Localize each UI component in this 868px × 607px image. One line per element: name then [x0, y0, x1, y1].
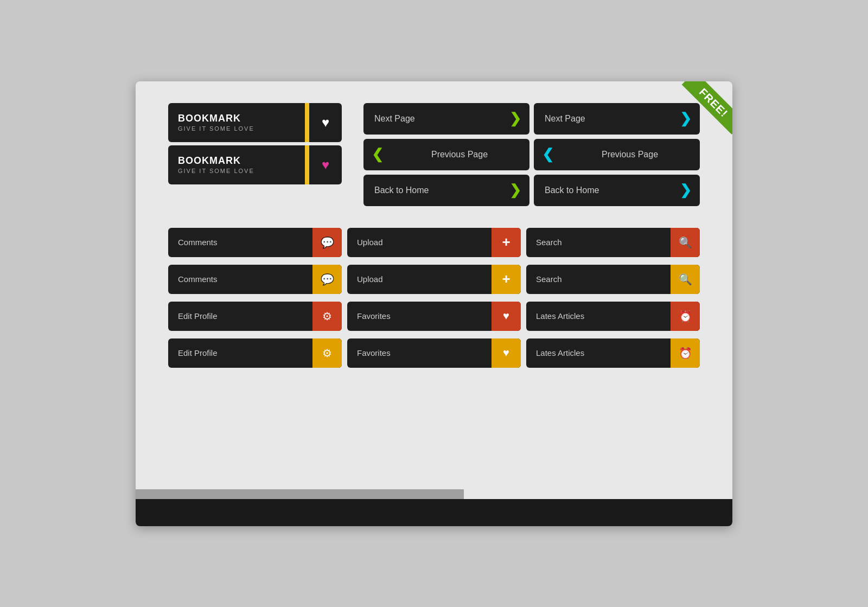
latest-articles-btn-yellow[interactable]: Lates Articles ⏰: [526, 338, 700, 368]
edit-profile-label-yellow: Edit Profile: [168, 348, 312, 357]
latest-articles-btn-red[interactable]: Lates Articles ⏰: [526, 302, 700, 331]
bookmark-button-1[interactable]: BOOKMARK GIVE IT SOME LOVE ♥: [168, 103, 342, 142]
back-home-green-label: Back to Home: [363, 186, 503, 195]
bookmark-divider-1: [305, 103, 309, 142]
next-page-green-label: Next Page: [363, 114, 503, 124]
back-home-blue-label: Back to Home: [534, 186, 674, 195]
latest-articles-icon-red: ⏰: [671, 302, 700, 331]
bookmark-title-2: BOOKMARK: [178, 155, 305, 167]
edit-profile-label-red: Edit Profile: [168, 311, 312, 321]
bookmark-icon-1: ♥: [309, 103, 342, 142]
latest-articles-label-red: Lates Articles: [526, 311, 671, 321]
upload-icon-yellow: +: [492, 265, 521, 294]
comments-btn-yellow[interactable]: Comments 💬: [168, 265, 342, 294]
search-label-yellow: Search: [526, 274, 671, 284]
edit-profile-btn-yellow[interactable]: Edit Profile ⚙: [168, 338, 342, 368]
comments-label-red: Comments: [168, 238, 312, 247]
bottom-strip-gray: [136, 489, 464, 499]
main-card: FREE! BOOKMARK GIVE IT SOME LOVE ♥ BOOKM…: [136, 81, 732, 526]
free-label: FREE!: [682, 81, 732, 135]
bottom-strip-black: [136, 499, 732, 526]
upload-label-red: Upload: [347, 238, 492, 247]
edit-profile-icon-red: ⚙: [312, 302, 342, 331]
next-page-green[interactable]: Next Page ❯: [363, 103, 529, 135]
search-btn-yellow[interactable]: Search 🔍: [526, 265, 700, 294]
bookmark-divider-2: [305, 145, 309, 184]
search-btn-red[interactable]: Search 🔍: [526, 228, 700, 257]
favorites-label-yellow: Favorites: [347, 348, 492, 357]
next-page-blue-label: Next Page: [534, 114, 674, 124]
favorites-btn-red[interactable]: Favorites ♥: [347, 302, 521, 331]
favorites-icon-red: ♥: [492, 302, 521, 331]
prev-page-green[interactable]: ❮ Previous Page: [363, 139, 529, 170]
bookmark-section: BOOKMARK GIVE IT SOME LOVE ♥ BOOKMARK GI…: [168, 103, 342, 206]
bookmark-sub-2: GIVE IT SOME LOVE: [178, 168, 305, 174]
edit-profile-icon-yellow: ⚙: [312, 338, 342, 368]
prev-arrow-blue: ❮: [534, 139, 560, 170]
bookmark-icon-2: ♥: [309, 145, 342, 184]
bookmark-button-2[interactable]: BOOKMARK GIVE IT SOME LOVE ♥: [168, 145, 342, 184]
comments-label-yellow: Comments: [168, 274, 312, 284]
edit-profile-btn-red[interactable]: Edit Profile ⚙: [168, 302, 342, 331]
top-row: BOOKMARK GIVE IT SOME LOVE ♥ BOOKMARK GI…: [168, 103, 700, 206]
search-label-red: Search: [526, 238, 671, 247]
upload-label-yellow: Upload: [347, 274, 492, 284]
bookmark-text-1: BOOKMARK GIVE IT SOME LOVE: [168, 103, 305, 142]
search-icon-red: 🔍: [671, 228, 700, 257]
free-ribbon: FREE!: [667, 81, 732, 146]
comments-btn-red[interactable]: Comments 💬: [168, 228, 342, 257]
back-home-blue[interactable]: Back to Home ❯: [534, 175, 700, 206]
favorites-label-red: Favorites: [347, 311, 492, 321]
upload-icon-red: +: [492, 228, 521, 257]
next-arrow-green: ❯: [503, 103, 529, 135]
heart-icon-white: ♥: [322, 115, 329, 130]
bookmark-title-1: BOOKMARK: [178, 113, 305, 124]
comments-icon-yellow: 💬: [312, 265, 342, 294]
prev-page-green-label: Previous Page: [390, 150, 529, 159]
heart-icon-pink: ♥: [322, 157, 329, 172]
upload-btn-yellow[interactable]: Upload +: [347, 265, 521, 294]
upload-btn-red[interactable]: Upload +: [347, 228, 521, 257]
latest-articles-icon-yellow: ⏰: [671, 338, 700, 368]
back-home-green[interactable]: Back to Home ❯: [363, 175, 529, 206]
prev-arrow-green: ❮: [363, 139, 390, 170]
latest-articles-label-yellow: Lates Articles: [526, 348, 671, 357]
action-buttons-grid: Comments 💬 Upload + Search 🔍 Comments 💬 …: [168, 228, 700, 370]
favorites-btn-yellow[interactable]: Favorites ♥: [347, 338, 521, 368]
bookmark-text-2: BOOKMARK GIVE IT SOME LOVE: [168, 145, 305, 184]
back-home-arrow-green: ❯: [503, 175, 529, 206]
nav-buttons-grid: Next Page ❯ Next Page ❯ ❮ Previous Page …: [363, 103, 700, 206]
favorites-icon-yellow: ♥: [492, 338, 521, 368]
comments-icon-red: 💬: [312, 228, 342, 257]
bookmark-sub-1: GIVE IT SOME LOVE: [178, 125, 305, 132]
search-icon-yellow: 🔍: [671, 265, 700, 294]
back-home-arrow-blue: ❯: [674, 175, 700, 206]
prev-page-blue-label: Previous Page: [560, 150, 700, 159]
